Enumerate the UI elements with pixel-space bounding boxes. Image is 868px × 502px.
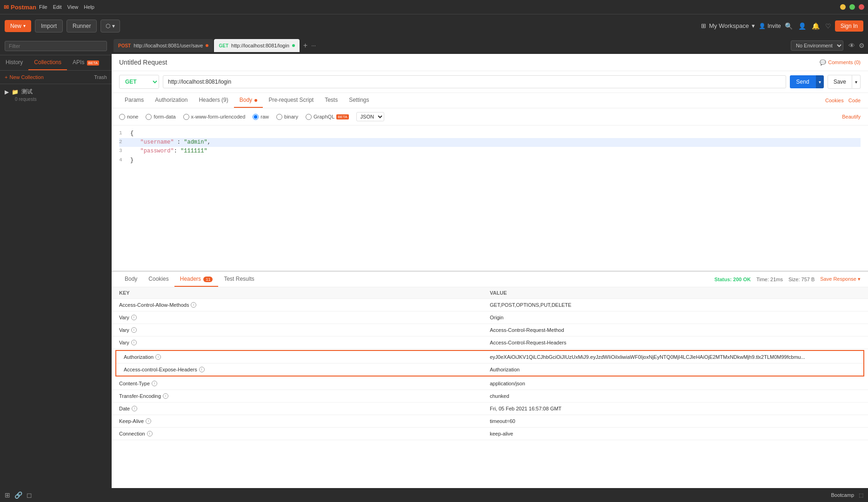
subtab-headers[interactable]: Headers (9): [193, 93, 234, 108]
header-row-vary-3[interactable]: Vary i Access-Control-Request-Headers: [112, 337, 868, 349]
header-row-vary-1[interactable]: Vary i Origin: [112, 311, 868, 324]
radio-graphql[interactable]: GraphQL BETA: [306, 114, 349, 120]
runner-button[interactable]: Runner: [67, 20, 97, 33]
plus-icon: +: [5, 74, 7, 80]
send-label: Send: [796, 79, 809, 85]
ka-info-icon[interactable]: i: [146, 418, 151, 424]
response-status: Status: 200 OK Time: 21ms Size: 757 B Sa…: [714, 276, 861, 282]
vary2-info-icon[interactable]: i: [131, 327, 137, 333]
bottom-icon-2[interactable]: 🔗: [14, 491, 22, 499]
subtab-authorization[interactable]: Authorization: [149, 93, 193, 108]
radio-none[interactable]: none: [119, 114, 138, 120]
header-row-connection[interactable]: Connection i keep-alive: [112, 428, 868, 440]
eye-icon[interactable]: 👁: [848, 42, 855, 49]
comments-button[interactable]: 💬 Comments (0): [820, 59, 861, 66]
ct-info-icon[interactable]: i: [152, 381, 157, 386]
bottom-icon-1[interactable]: ⊞: [5, 491, 10, 499]
bell-icon[interactable]: 🔔: [812, 22, 820, 30]
search-input[interactable]: [5, 41, 107, 51]
subtab-prerequest[interactable]: Pre-request Script: [263, 93, 319, 108]
method-selector[interactable]: GET POST PUT DELETE: [119, 75, 159, 89]
header-row-access-control-expose-headers[interactable]: Access-control-Expose-Headers i Authoriz…: [116, 363, 863, 376]
menu-edit[interactable]: Edit: [53, 4, 62, 10]
code-link[interactable]: Code: [848, 94, 861, 107]
signin-button[interactable]: Sign In: [835, 20, 863, 32]
sidebar-tab-history[interactable]: History: [0, 55, 28, 70]
more-tabs-button[interactable]: ···: [311, 42, 316, 49]
user-icon[interactable]: 👤: [798, 22, 806, 30]
date-info-icon[interactable]: i: [132, 406, 137, 411]
heart-icon[interactable]: ♡: [825, 22, 831, 30]
trash-button[interactable]: Trash: [94, 74, 107, 80]
send-button[interactable]: Send: [790, 75, 816, 88]
te-info-icon[interactable]: i: [163, 393, 168, 399]
workspace-button[interactable]: ⊞ My Workspace ▾: [701, 22, 755, 29]
builder-button[interactable]: ⬡ ▾: [100, 20, 120, 33]
radio-urlencoded[interactable]: x-www-form-urlencoded: [183, 114, 246, 120]
aceh-info-icon[interactable]: i: [199, 367, 205, 372]
sidebar-tab-collections[interactable]: Collections: [28, 55, 67, 70]
add-tab-button[interactable]: +: [300, 41, 310, 50]
environment-selector[interactable]: No Environment: [791, 40, 843, 51]
header-val-vary-2: Access-Control-Request-Method: [490, 327, 861, 333]
subtab-params[interactable]: Params: [119, 93, 149, 108]
resp-tab-cookies[interactable]: Cookies: [143, 272, 174, 287]
acam-info-icon[interactable]: i: [191, 302, 196, 308]
send-dropdown-button[interactable]: ▾: [816, 75, 824, 88]
bottom-icon-3[interactable]: ◻: [27, 491, 32, 499]
subtab-tests[interactable]: Tests: [319, 93, 343, 108]
request-tab-post[interactable]: POST http://localhost:8081/user/save: [114, 39, 213, 52]
restore-button[interactable]: [849, 4, 855, 10]
vary1-info-icon[interactable]: i: [131, 315, 137, 320]
conn-info-icon[interactable]: i: [147, 431, 153, 436]
sidebar-tab-apis[interactable]: APIs BETA: [67, 55, 105, 70]
radio-form-data[interactable]: form-data: [146, 114, 175, 120]
header-row-transfer-encoding[interactable]: Transfer-Encoding i chunked: [112, 390, 868, 403]
save-button[interactable]: Save: [828, 75, 852, 89]
settings-icon[interactable]: ⚙: [859, 42, 865, 49]
header-row-date[interactable]: Date i Fri, 05 Feb 2021 16:57:08 GMT: [112, 403, 868, 415]
menu-view[interactable]: View: [67, 4, 79, 10]
resp-tab-test-results[interactable]: Test Results: [218, 272, 260, 287]
resp-tab-headers[interactable]: Headers 11: [174, 272, 219, 287]
new-collection-button[interactable]: + New Collection: [5, 74, 44, 80]
header-row-authorization[interactable]: Authorization i eyJ0eXAiOiJKV1QiLCJhbGci…: [116, 351, 863, 363]
beautify-button[interactable]: Beautify: [842, 114, 861, 119]
header-row-keep-alive[interactable]: Keep-Alive i timeout=60: [112, 415, 868, 428]
save-dropdown-button[interactable]: ▾: [852, 75, 861, 89]
search-icon[interactable]: 🔍: [785, 22, 793, 30]
resp-tab-body[interactable]: Body: [119, 272, 143, 287]
radio-raw[interactable]: raw: [253, 114, 269, 120]
header-row-content-type[interactable]: Content-Type i application/json: [112, 377, 868, 390]
radio-form-data-input[interactable]: [146, 114, 152, 120]
minimize-button[interactable]: [840, 4, 846, 10]
radio-binary-input[interactable]: [276, 114, 282, 120]
header-row-vary-2[interactable]: Vary i Access-Control-Request-Method: [112, 324, 868, 337]
menu-file[interactable]: File: [39, 4, 47, 10]
collection-item[interactable]: ▶ 📁 测试 0 requests: [0, 84, 112, 106]
new-button[interactable]: New ▾: [5, 20, 31, 32]
code-editor[interactable]: 1 { 2 "username" : "admin", 3 "password"…: [112, 126, 868, 271]
vary3-info-icon[interactable]: i: [131, 340, 137, 345]
body-format-selector[interactable]: JSON Text XML: [356, 112, 384, 121]
radio-urlencoded-input[interactable]: [183, 114, 189, 120]
subtab-body[interactable]: Body: [234, 93, 263, 108]
subtab-settings[interactable]: Settings: [343, 93, 374, 108]
radio-raw-input[interactable]: [253, 114, 259, 120]
save-response-button[interactable]: Save Response ▾: [820, 276, 861, 282]
header-row-access-control-allow-methods[interactable]: Access-Control-Allow-Methods i GET,POST,…: [112, 299, 868, 311]
radio-graphql-input[interactable]: [306, 114, 312, 120]
radio-none-input[interactable]: [119, 114, 125, 120]
close-button[interactable]: [859, 4, 864, 10]
bootcamp-label[interactable]: Bootcamp: [831, 492, 854, 498]
auth-info-icon[interactable]: i: [155, 354, 161, 360]
cookies-link[interactable]: Cookies: [825, 94, 844, 107]
import-button[interactable]: Import: [35, 20, 63, 33]
new-collection-label: New Collection: [9, 74, 43, 80]
bottom-layout-icon[interactable]: ⬚: [859, 492, 863, 498]
request-tab-get[interactable]: GET http://localhost:8081/login: [214, 39, 299, 52]
menu-help[interactable]: Help: [84, 4, 94, 10]
radio-binary[interactable]: binary: [276, 114, 298, 120]
invite-button[interactable]: 👤 Invite: [759, 23, 781, 29]
url-input[interactable]: [163, 75, 786, 88]
